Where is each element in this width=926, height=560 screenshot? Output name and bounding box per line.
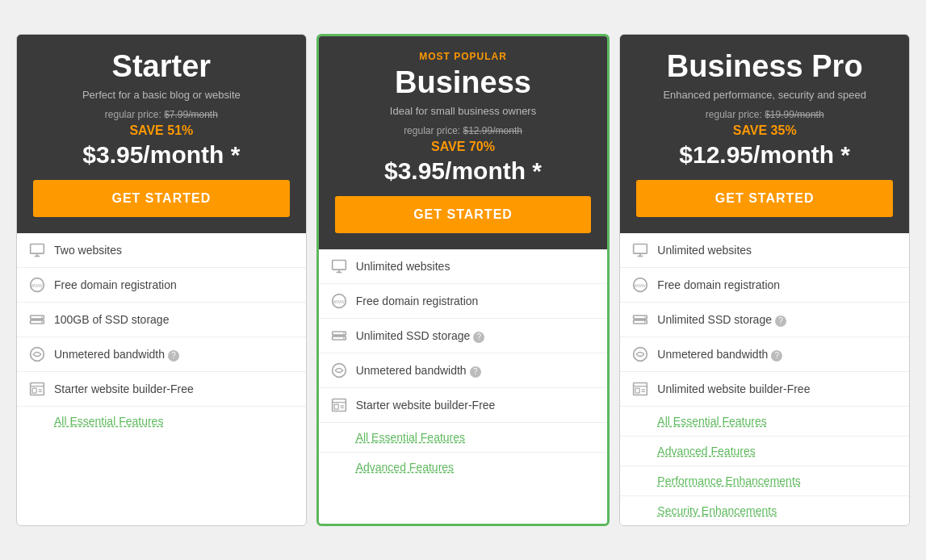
feature-item: Two websites bbox=[17, 233, 306, 268]
pricing-container: StarterPerfect for a basic blog or websi… bbox=[16, 34, 910, 526]
feature-link[interactable]: Performance Enhancements bbox=[620, 466, 909, 496]
feature-link[interactable]: All Essential Features bbox=[620, 407, 909, 437]
builder-icon bbox=[28, 380, 46, 398]
svg-text:WWW: WWW bbox=[635, 283, 646, 288]
plan-price: $12.95/month * bbox=[636, 141, 893, 169]
plan-features-business: Unlimited websitesWWWFree domain registr… bbox=[319, 249, 608, 482]
plan-card-business-pro: Business ProEnhanced performance, securi… bbox=[619, 34, 910, 526]
plan-price: $3.95/month * bbox=[33, 141, 290, 169]
storage-icon bbox=[631, 311, 649, 328]
help-icon[interactable]: ? bbox=[771, 350, 782, 361]
domain-icon: WWW bbox=[330, 292, 348, 310]
plan-features-business-pro: Unlimited websitesWWWFree domain registr… bbox=[620, 233, 909, 525]
svg-point-24 bbox=[332, 364, 346, 378]
websites-icon bbox=[330, 257, 348, 275]
storage-icon bbox=[330, 327, 348, 345]
plan-tagline: Enhanced performance, security and speed bbox=[636, 89, 893, 101]
websites-icon bbox=[631, 241, 649, 259]
regular-price: regular price: $12.99/month bbox=[335, 125, 592, 136]
bandwidth-icon bbox=[330, 361, 348, 379]
domain-icon: WWW bbox=[28, 276, 46, 294]
plan-header-starter: StarterPerfect for a basic blog or websi… bbox=[17, 35, 306, 233]
plan-name: Starter bbox=[33, 49, 290, 84]
feature-item: WWWFree domain registration bbox=[319, 284, 608, 319]
feature-text: Unlimited website builder-Free bbox=[657, 382, 810, 395]
feature-item: Starter website builder-Free bbox=[17, 372, 306, 407]
most-popular-badge: MOST POPULAR bbox=[335, 51, 592, 62]
feature-text: Unmetered bandwidth? bbox=[54, 348, 179, 361]
svg-rect-30 bbox=[634, 244, 647, 254]
get-started-button[interactable]: GET STARTED bbox=[33, 180, 290, 217]
feature-text: Unmetered bandwidth? bbox=[356, 364, 481, 378]
feature-text: Free domain registration bbox=[657, 278, 780, 291]
feature-item: Starter website builder-Free bbox=[319, 388, 608, 423]
plan-name: Business bbox=[335, 65, 592, 100]
svg-rect-15 bbox=[332, 261, 346, 270]
svg-point-39 bbox=[634, 348, 647, 361]
feature-text: Unmetered bandwidth? bbox=[657, 348, 782, 361]
regular-price: regular price: $7.99/month bbox=[33, 109, 290, 120]
feature-item: Unlimited SSD storage? bbox=[319, 319, 608, 353]
feature-item: Unmetered bandwidth? bbox=[17, 337, 306, 372]
feature-item: Unlimited SSD storage? bbox=[620, 303, 909, 337]
help-icon[interactable]: ? bbox=[168, 350, 179, 361]
save-label: SAVE 35% bbox=[636, 123, 893, 138]
save-label: SAVE 70% bbox=[335, 140, 592, 154]
plan-features-starter: Two websitesWWWFree domain registration1… bbox=[17, 233, 306, 436]
feature-text: Unlimited SSD storage? bbox=[657, 313, 786, 327]
plan-card-business: MOST POPULARBusinessIdeal for small busi… bbox=[316, 34, 610, 526]
plan-name: Business Pro bbox=[636, 49, 893, 84]
plan-price: $3.95/month * bbox=[335, 157, 592, 185]
feature-item: Unlimited websites bbox=[319, 249, 608, 284]
svg-rect-27 bbox=[334, 404, 338, 409]
feature-link[interactable]: All Essential Features bbox=[17, 407, 306, 436]
svg-point-22 bbox=[343, 332, 345, 334]
feature-item: Unlimited website builder-Free bbox=[620, 372, 909, 407]
feature-text: Unlimited websites bbox=[356, 260, 450, 273]
get-started-button[interactable]: GET STARTED bbox=[636, 180, 893, 217]
feature-item: Unmetered bandwidth? bbox=[620, 337, 909, 372]
bandwidth-icon bbox=[631, 345, 649, 363]
help-icon[interactable]: ? bbox=[470, 366, 481, 378]
feature-link[interactable]: Security Enhancements bbox=[620, 496, 909, 525]
feature-text: Free domain registration bbox=[356, 295, 479, 307]
feature-text: Unlimited websites bbox=[657, 244, 752, 257]
svg-point-7 bbox=[41, 316, 43, 318]
builder-icon bbox=[631, 380, 649, 398]
feature-item: 100GB of SSD storage bbox=[17, 303, 306, 337]
bandwidth-icon bbox=[28, 345, 46, 363]
feature-link[interactable]: Advanced Features bbox=[620, 437, 909, 466]
save-label: SAVE 51% bbox=[33, 123, 290, 138]
svg-rect-0 bbox=[31, 244, 44, 254]
svg-point-37 bbox=[644, 316, 646, 318]
feature-text: Starter website builder-Free bbox=[356, 399, 496, 412]
domain-icon: WWW bbox=[631, 276, 649, 294]
feature-text: Starter website builder-Free bbox=[54, 382, 194, 395]
feature-item: Unlimited websites bbox=[620, 233, 909, 268]
svg-point-9 bbox=[31, 348, 44, 361]
plan-tagline: Perfect for a basic blog or website bbox=[33, 89, 290, 101]
plan-header-business: MOST POPULARBusinessIdeal for small busi… bbox=[319, 36, 608, 249]
svg-point-38 bbox=[644, 321, 646, 323]
plan-tagline: Ideal for small business owners bbox=[335, 105, 592, 117]
help-icon[interactable]: ? bbox=[473, 332, 484, 343]
feature-item: Unmetered bandwidth? bbox=[319, 353, 608, 388]
feature-item: WWWFree domain registration bbox=[620, 268, 909, 303]
websites-icon bbox=[28, 241, 46, 259]
svg-rect-12 bbox=[32, 388, 36, 393]
help-icon[interactable]: ? bbox=[775, 316, 786, 327]
svg-point-8 bbox=[41, 321, 43, 323]
builder-icon bbox=[330, 396, 348, 414]
feature-item: WWWFree domain registration bbox=[17, 268, 306, 303]
feature-link[interactable]: Advanced Features bbox=[319, 453, 608, 482]
get-started-button[interactable]: GET STARTED bbox=[335, 196, 592, 233]
storage-icon bbox=[28, 311, 46, 328]
feature-text: 100GB of SSD storage bbox=[54, 313, 169, 326]
svg-rect-42 bbox=[636, 388, 640, 393]
feature-link[interactable]: All Essential Features bbox=[319, 423, 608, 453]
feature-text: Unlimited SSD storage? bbox=[356, 329, 485, 343]
feature-text: Free domain registration bbox=[54, 278, 177, 291]
svg-point-23 bbox=[343, 337, 345, 339]
svg-text:WWW: WWW bbox=[31, 283, 43, 288]
regular-price: regular price: $19.99/month bbox=[636, 109, 893, 120]
